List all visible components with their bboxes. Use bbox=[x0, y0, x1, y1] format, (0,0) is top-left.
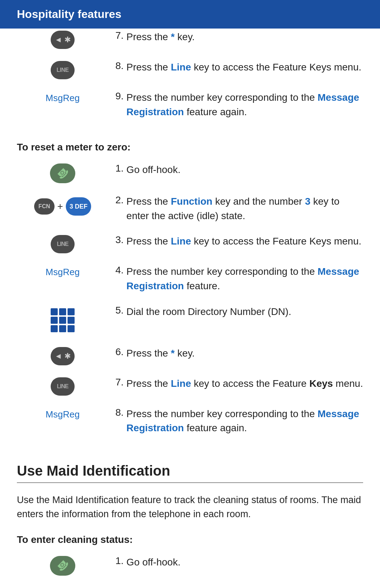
msgreg-label-4: MsgReg bbox=[46, 267, 80, 278]
reset-step-1: ☎ 1. Go off-hook. bbox=[17, 161, 363, 183]
step-8-icon: LINE bbox=[17, 59, 108, 79]
msgreg-label: MsgReg bbox=[46, 93, 80, 104]
plus-sign: + bbox=[57, 201, 63, 212]
line-icon-7: LINE bbox=[17, 375, 108, 396]
reset-step-4-text: 4. Press the number key corresponding to… bbox=[108, 263, 363, 293]
subsection-reset-heading: To reset a meter to zero: bbox=[17, 142, 363, 153]
maid-subsection-heading: To enter cleaning status: bbox=[17, 534, 363, 545]
maid-offhook-icon: ☎ bbox=[17, 554, 108, 576]
steps-group-1: ◄ ✱ 7. Press the * key. LINE 8. Press bbox=[17, 29, 363, 129]
three-def-key-icon: 3 DEF bbox=[66, 197, 91, 216]
reset-step-5-text: 5. Dial the room Directory Number (DN). bbox=[108, 303, 363, 319]
step-9-icon: MsgReg bbox=[17, 89, 108, 104]
reset-step-7-text: 7. Press the Line key to access the Feat… bbox=[108, 375, 363, 391]
maid-step-2-text: 2. Press the Function key and the number… bbox=[108, 586, 363, 588]
maid-step-1: ☎ 1. Go off-hook. bbox=[17, 554, 363, 576]
offhook-key: ☎ bbox=[50, 163, 75, 183]
header-bar: Hospitality features bbox=[0, 0, 380, 29]
reset-step-7: LINE 7. Press the Line key to access the… bbox=[17, 375, 363, 396]
dial-pad-grid bbox=[51, 308, 75, 332]
msgreg-icon-8: MsgReg bbox=[17, 406, 108, 420]
star-key-icon-2: ◄ ✱ bbox=[51, 347, 75, 365]
maid-step-2: FCN + 3 DEF 2. Press the Function key an… bbox=[17, 586, 363, 588]
msgreg-icon-4: MsgReg bbox=[17, 263, 108, 278]
step-row-9: MsgReg 9. Press the number key correspon… bbox=[17, 89, 363, 119]
star-key-icon: ◄ ✱ bbox=[51, 31, 75, 49]
reset-step-1-text: 1. Go off-hook. bbox=[108, 161, 363, 177]
page-content: ◄ ✱ 7. Press the * key. LINE 8. Press bbox=[0, 29, 380, 588]
offhook-icon-1: ☎ bbox=[17, 161, 108, 183]
fcn-3def-icon: FCN + 3 DEF bbox=[17, 193, 108, 218]
step-7-text: 7. Press the * key. bbox=[108, 29, 363, 44]
reset-step-5: 5. Dial the room Directory Number (DN). bbox=[17, 303, 363, 335]
reset-step-6-text: 6. Press the * key. bbox=[108, 345, 363, 361]
reset-step-8-text: 8. Press the number key corresponding to… bbox=[108, 406, 363, 435]
reset-step-3-text: 3. Press the Line key to access the Feat… bbox=[108, 233, 363, 249]
maid-section-description: Use the Maid Identification feature to t… bbox=[17, 493, 363, 521]
dial-grid-icon bbox=[17, 303, 108, 335]
step-7-icon: ◄ ✱ bbox=[17, 29, 108, 49]
step-8-text: 8. Press the Line key to access the Feat… bbox=[108, 59, 363, 75]
line-icon-3: LINE bbox=[17, 233, 108, 253]
step-row-7: ◄ ✱ 7. Press the * key. bbox=[17, 29, 363, 49]
line-key-icon-3: LINE bbox=[51, 377, 75, 396]
star-icon-6: ◄ ✱ bbox=[17, 345, 108, 365]
reset-step-6: ◄ ✱ 6. Press the * key. bbox=[17, 345, 363, 365]
step-9-text: 9. Press the number key corresponding to… bbox=[108, 89, 363, 119]
maid-section-title: Use Maid Identification bbox=[17, 463, 363, 479]
line-key-icon: LINE bbox=[51, 61, 75, 79]
step-row-8: LINE 8. Press the Line key to access the… bbox=[17, 59, 363, 79]
page-title: Hospitality features bbox=[17, 8, 121, 21]
maid-step-1-text: 1. Go off-hook. bbox=[108, 554, 363, 570]
steps-group-2: ☎ 1. Go off-hook. FCN + 3 DEF bbox=[17, 161, 363, 445]
fcn-key-icon: FCN bbox=[34, 198, 55, 215]
maid-offhook-key: ☎ bbox=[50, 556, 75, 576]
maid-steps: ☎ 1. Go off-hook. FCN + 3 DEF bbox=[17, 554, 363, 588]
reset-step-4: MsgReg 4. Press the number key correspon… bbox=[17, 263, 363, 293]
reset-step-2: FCN + 3 DEF 2. Press the Function key an… bbox=[17, 193, 363, 223]
line-key-icon-2: LINE bbox=[51, 235, 75, 253]
reset-step-2-text: 2. Press the Function key and the number… bbox=[108, 193, 363, 223]
msgreg-label-8: MsgReg bbox=[46, 409, 80, 420]
section-divider bbox=[17, 482, 363, 483]
reset-step-3: LINE 3. Press the Line key to access the… bbox=[17, 233, 363, 253]
fcn-plus-group: FCN + 3 DEF bbox=[34, 197, 91, 216]
maid-fcn-3def-icon: FCN + 3 DEF bbox=[17, 586, 108, 588]
reset-step-8: MsgReg 8. Press the number key correspon… bbox=[17, 406, 363, 435]
